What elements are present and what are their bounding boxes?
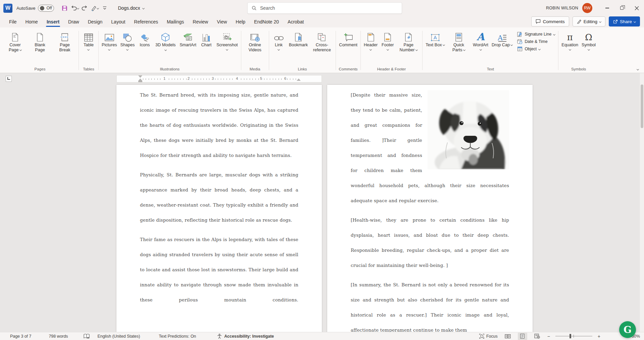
undo-button[interactable] — [70, 3, 79, 13]
paragraph[interactable]: Physically, St. Bernards are large, musc… — [140, 167, 298, 228]
save-button[interactable] — [60, 3, 69, 13]
accessibility-checker-button[interactable]: Accessibility: Investigate — [217, 334, 274, 339]
print-layout-button[interactable] — [518, 333, 527, 340]
online-videos-button[interactable]: Online Videos — [243, 30, 267, 53]
undo-menu-chevron-icon[interactable] — [77, 7, 79, 9]
drop-cap-button[interactable]: A Drop Cap — [490, 30, 514, 48]
footer-button[interactable]: Footer — [380, 30, 396, 51]
paragraph-with-image[interactable]: [Despite their massive size, they tend t… — [351, 88, 509, 208]
minimize-button[interactable] — [600, 0, 614, 16]
equation-button[interactable]: π Equation — [560, 30, 580, 51]
object-button[interactable]: Object — [517, 46, 555, 52]
read-mode-button[interactable] — [503, 333, 512, 340]
chart-button[interactable]: Chart — [198, 30, 214, 48]
tab-insert[interactable]: Insert — [42, 17, 64, 27]
tab-references[interactable]: References — [130, 17, 162, 27]
pictures-button[interactable]: Pictures — [100, 30, 118, 51]
web-layout-button[interactable] — [533, 333, 542, 340]
table-button[interactable]: Table — [81, 30, 97, 51]
page-indicator[interactable]: Page 3 of 7 — [10, 334, 31, 339]
zoom-slider-thumb[interactable] — [569, 334, 571, 338]
scrollbar-thumb[interactable] — [641, 84, 643, 128]
restore-button[interactable] — [614, 0, 629, 16]
language-indicator[interactable]: English (United States) — [98, 334, 140, 339]
paragraph[interactable]: [In summary, the St. Bernard is not only… — [351, 277, 509, 332]
right-indent-marker[interactable] — [297, 78, 301, 81]
page-3[interactable]: The St. Bernard breed, with its imposing… — [116, 85, 322, 332]
grammarly-badge[interactable]: G — [619, 321, 636, 338]
hanging-indent-marker[interactable] — [138, 78, 142, 81]
user-name[interactable]: ROBIN WILSON — [546, 6, 578, 10]
text-box-button[interactable]: A Text Box — [424, 30, 446, 48]
tab-stop-selector[interactable] — [6, 76, 12, 82]
accessibility-person-icon — [217, 334, 222, 339]
document-title[interactable]: Dogs.docx — [118, 5, 144, 11]
vertical-scrollbar[interactable] — [639, 73, 644, 332]
redo-button[interactable] — [80, 3, 89, 13]
blank-page-button[interactable]: Blank Page — [28, 30, 52, 53]
page-number-button[interactable]: # Page Number — [396, 30, 420, 53]
tab-help[interactable]: Help — [231, 17, 250, 27]
header-button[interactable]: Header — [362, 30, 379, 51]
collapse-ribbon-chevron-icon[interactable] — [637, 68, 639, 70]
proofing-errors-button[interactable] — [84, 334, 90, 339]
horizontal-ruler[interactable]: 1 2 3 4 5 6 — [116, 75, 322, 82]
signature-line-button[interactable]: Signature Line — [517, 32, 555, 37]
pen-menu-chevron-icon[interactable] — [97, 7, 99, 9]
tab-draw[interactable]: Draw — [64, 17, 84, 27]
tab-home[interactable]: Home — [21, 17, 42, 27]
search-input[interactable]: Search — [247, 2, 402, 14]
tab-acrobat[interactable]: Acrobat — [283, 17, 308, 27]
autosave-toggle[interactable]: Off — [38, 5, 54, 12]
wordart-button[interactable]: A WordArt — [472, 30, 490, 51]
left-indent-marker[interactable] — [138, 81, 142, 82]
page-4[interactable]: [Despite their massive size, they tend t… — [327, 85, 533, 332]
focus-mode-button[interactable]: Focus — [479, 334, 498, 339]
equation-chevron-icon — [569, 48, 571, 51]
page-break-button[interactable]: Page Break — [53, 30, 77, 53]
autosave-control[interactable]: AutoSave Off — [16, 5, 54, 12]
zoom-in-button[interactable]: + — [598, 334, 600, 339]
accessibility-label: Accessibility: Investigate — [224, 334, 274, 339]
symbol-button[interactable]: Ω Symbol — [580, 30, 597, 51]
cross-reference-button[interactable]: Cross-reference — [310, 30, 334, 53]
editing-button[interactable]: Editing — [573, 16, 605, 26]
paragraph[interactable]: Their fame as rescuers in the Alps is le… — [140, 232, 298, 307]
close-button[interactable] — [629, 0, 644, 16]
screenshot-button[interactable]: Screenshot — [215, 30, 239, 51]
bookmark-button[interactable]: Bookmark — [288, 30, 309, 48]
zoom-out-button[interactable]: − — [547, 334, 550, 339]
zoom-slider[interactable] — [555, 336, 592, 336]
first-line-indent-marker[interactable] — [138, 75, 142, 78]
text-box-chevron-icon — [443, 44, 445, 46]
text-predictions-indicator[interactable]: Text Predictions: On — [159, 334, 196, 339]
customize-quick-access-button[interactable] — [100, 3, 109, 13]
link-label: Link — [275, 43, 283, 47]
quick-parts-button[interactable]: Quick Parts — [447, 30, 471, 53]
tab-mailings[interactable]: Mailings — [162, 17, 188, 27]
print-layout-icon — [520, 334, 525, 339]
tab-endnote[interactable]: EndNote 20 — [250, 17, 283, 27]
shapes-button[interactable]: Shapes — [119, 30, 136, 51]
icons-button[interactable]: Icons — [137, 30, 153, 48]
word-count[interactable]: 798 words — [49, 334, 68, 339]
link-button[interactable]: Link — [271, 30, 287, 51]
ribbon-group-tables: Table Tables — [80, 29, 98, 73]
comment-button[interactable]: Comment — [338, 30, 359, 48]
share-button[interactable]: Share — [609, 16, 640, 26]
avatar[interactable]: RW — [582, 3, 592, 13]
tab-file[interactable]: File — [5, 17, 21, 27]
3d-models-button[interactable]: 3D Models — [153, 30, 178, 53]
tab-design[interactable]: Design — [84, 17, 107, 27]
date-time-button[interactable]: Date & Time — [517, 39, 555, 44]
tab-view[interactable]: View — [212, 17, 231, 27]
draw-pen-button[interactable] — [90, 3, 99, 13]
smartart-button[interactable]: SmartArt — [178, 30, 198, 48]
cover-page-button[interactable]: Cover Page — [3, 30, 27, 53]
st-bernard-image[interactable] — [428, 90, 509, 169]
tab-layout[interactable]: Layout — [107, 17, 130, 27]
tab-review[interactable]: Review — [188, 17, 212, 27]
paragraph[interactable]: The St. Bernard breed, with its imposing… — [140, 88, 298, 163]
paragraph[interactable]: [Health-wise, they are prone to certain … — [351, 213, 509, 273]
comments-button[interactable]: Comments — [531, 16, 569, 26]
